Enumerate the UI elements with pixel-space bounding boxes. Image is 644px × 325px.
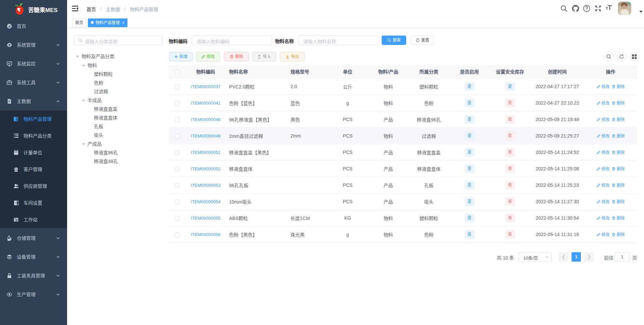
svg-text:24: 24 (17, 202, 19, 203)
